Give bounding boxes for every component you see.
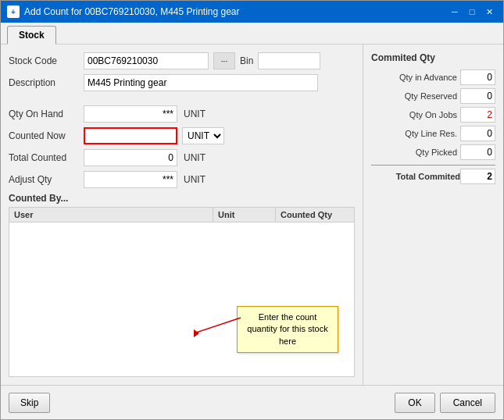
bin-input[interactable] bbox=[258, 52, 320, 69]
adjust-qty-label: Adjust Qty bbox=[9, 174, 79, 185]
total-counted-unit: UNIT bbox=[184, 152, 206, 163]
footer-left: Skip bbox=[9, 393, 50, 413]
stock-code-ellipsis-button[interactable]: ··· bbox=[213, 52, 235, 69]
tab-stock[interactable]: Stock bbox=[7, 26, 56, 44]
footer-right: OK Cancel bbox=[395, 393, 495, 413]
titlebar-left: + Add Count for 00BC769210030, M445 Prin… bbox=[7, 5, 240, 18]
counted-by-table: User Unit Counted Qty Enter the count qu… bbox=[9, 207, 355, 377]
qty-on-jobs-row: Qty On Jobs 2 bbox=[371, 107, 495, 123]
close-button[interactable]: ✕ bbox=[481, 5, 497, 19]
qty-on-hand-unit: UNIT bbox=[184, 109, 206, 119]
total-committed-label: Total Commited bbox=[371, 172, 460, 181]
tab-bar: Stock bbox=[1, 23, 503, 44]
window-title: Add Count for 00BC769210030, M445 Printi… bbox=[24, 6, 240, 17]
qty-reserved-label: Qty Reserved bbox=[371, 91, 457, 101]
qty-on-jobs-value: 2 bbox=[460, 107, 495, 123]
qty-picked-value: 0 bbox=[460, 144, 495, 160]
total-counted-row: Total Counted UNIT bbox=[9, 149, 355, 166]
total-counted-input bbox=[84, 149, 177, 166]
table-header: User Unit Counted Qty bbox=[9, 208, 354, 222]
total-committed-row: Total Commited 2 bbox=[371, 165, 495, 184]
content-area: Stock Code ··· Bin Description Qty On Ha… bbox=[1, 44, 503, 385]
counted-by-section: Counted By... User Unit Counted Qty bbox=[9, 193, 355, 377]
main-window: + Add Count for 00BC769210030, M445 Prin… bbox=[0, 0, 504, 420]
adjust-qty-row: Adjust Qty UNIT bbox=[9, 171, 355, 188]
qty-on-hand-label: Qty On Hand bbox=[9, 109, 79, 119]
titlebar-controls: ─ □ ✕ bbox=[447, 5, 497, 19]
adjust-qty-input bbox=[84, 171, 177, 188]
qty-reserved-value: 0 bbox=[460, 88, 495, 104]
stock-code-label: Stock Code bbox=[9, 55, 79, 66]
description-label: Description bbox=[9, 77, 79, 88]
qty-on-hand-row: Qty On Hand UNIT bbox=[9, 105, 355, 123]
skip-button[interactable]: Skip bbox=[9, 393, 50, 413]
left-panel: Stock Code ··· Bin Description Qty On Ha… bbox=[1, 44, 363, 385]
adjust-qty-unit: UNIT bbox=[184, 174, 206, 185]
col-unit: Unit bbox=[213, 208, 276, 222]
window-icon: + bbox=[7, 5, 20, 18]
qty-line-res-value: 0 bbox=[460, 126, 495, 141]
counted-now-row: Counted Now UNIT bbox=[9, 127, 355, 144]
qty-on-jobs-label: Qty On Jobs bbox=[371, 110, 457, 119]
qty-line-res-label: Qty Line Res. bbox=[371, 129, 457, 138]
svg-line-0 bbox=[194, 318, 241, 333]
maximize-button[interactable]: □ bbox=[464, 5, 480, 19]
cancel-button[interactable]: Cancel bbox=[440, 393, 495, 413]
tooltip-container: Enter the count quantity for this stock … bbox=[237, 306, 338, 353]
col-user: User bbox=[9, 208, 213, 222]
qty-in-advance-row: Qty in Advance 0 bbox=[371, 69, 495, 85]
qty-line-res-row: Qty Line Res. 0 bbox=[371, 126, 495, 141]
qty-reserved-row: Qty Reserved 0 bbox=[371, 88, 495, 104]
stock-code-input[interactable] bbox=[84, 52, 209, 69]
stock-code-row: Stock Code ··· Bin bbox=[9, 52, 355, 69]
counted-now-label: Counted Now bbox=[9, 130, 79, 141]
titlebar: + Add Count for 00BC769210030, M445 Prin… bbox=[1, 1, 503, 23]
right-panel: Commited Qty Qty in Advance 0 Qty Reserv… bbox=[363, 44, 503, 385]
qty-in-advance-label: Qty in Advance bbox=[371, 73, 457, 82]
tooltip-arrow bbox=[190, 314, 245, 337]
qty-picked-label: Qty Picked bbox=[371, 148, 457, 157]
counted-now-input[interactable] bbox=[84, 127, 177, 144]
minimize-button[interactable]: ─ bbox=[447, 5, 463, 19]
counted-now-unit-select[interactable]: UNIT bbox=[182, 127, 224, 144]
tooltip-text: Enter the count quantity for this stock … bbox=[247, 312, 327, 346]
ok-button[interactable]: OK bbox=[395, 393, 434, 413]
committed-title: Commited Qty bbox=[371, 52, 495, 63]
footer: Skip OK Cancel bbox=[1, 385, 503, 419]
description-input[interactable] bbox=[84, 74, 318, 91]
total-counted-label: Total Counted bbox=[9, 152, 79, 163]
description-row: Description bbox=[9, 74, 355, 91]
total-committed-value: 2 bbox=[460, 169, 495, 184]
tooltip-box: Enter the count quantity for this stock … bbox=[237, 306, 338, 353]
svg-marker-1 bbox=[194, 329, 199, 337]
col-counted-qty: Counted Qty bbox=[276, 208, 354, 222]
qty-on-hand-input bbox=[84, 105, 177, 123]
bin-label: Bin bbox=[240, 55, 253, 66]
qty-in-advance-value: 0 bbox=[460, 69, 495, 85]
qty-picked-row: Qty Picked 0 bbox=[371, 144, 495, 160]
counted-by-title: Counted By... bbox=[9, 193, 355, 204]
